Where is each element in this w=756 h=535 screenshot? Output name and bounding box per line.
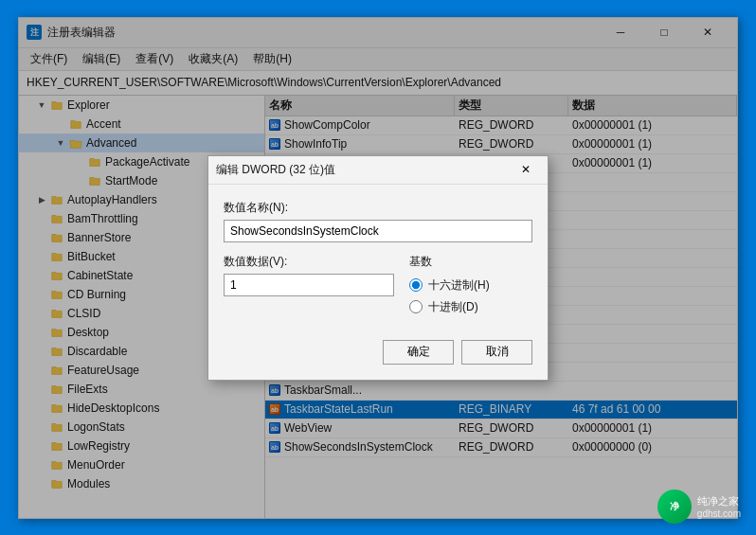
- dialog-title: 编辑 DWORD (32 位)值: [216, 162, 512, 178]
- radio-hex[interactable]: [409, 278, 423, 292]
- radio-dec-text: 十进制(D): [428, 299, 478, 315]
- watermark: 净 纯净之家 gdhst.com: [657, 490, 741, 524]
- base-label: 基数: [409, 254, 532, 270]
- dialog-row: 数值数据(V): 基数 十六进制(H) 十进制(D): [224, 254, 532, 321]
- value-name-input[interactable]: [224, 220, 532, 242]
- modal-overlay: 编辑 DWORD (32 位)值 ✕ 数值名称(N): 数值数据(V): 基数: [19, 18, 737, 518]
- dialog-buttons: 确定 取消: [224, 336, 532, 365]
- radio-dec-label[interactable]: 十进制(D): [409, 299, 532, 315]
- registry-editor-window: 注 注册表编辑器 ─ □ ✕ 文件(F) 编辑(E) 查看(V) 收藏夹(A) …: [18, 17, 738, 519]
- base-section: 基数 十六进制(H) 十进制(D): [409, 254, 532, 321]
- dialog-body: 数值名称(N): 数值数据(V): 基数 十六进制(H): [208, 185, 548, 380]
- watermark-site: 纯净之家: [697, 494, 741, 508]
- radio-hex-text: 十六进制(H): [428, 277, 490, 294]
- watermark-url: gdhst.com: [697, 508, 741, 519]
- confirm-button[interactable]: 确定: [383, 340, 454, 365]
- cancel-button[interactable]: 取消: [461, 340, 532, 365]
- watermark-logo: 净: [657, 490, 692, 524]
- radio-dec[interactable]: [409, 300, 423, 313]
- value-data-section: 数值数据(V):: [224, 254, 394, 321]
- value-data-label: 数值数据(V):: [224, 254, 394, 270]
- dialog-title-bar: 编辑 DWORD (32 位)值 ✕: [208, 156, 548, 185]
- value-data-input[interactable]: [224, 274, 394, 296]
- dialog-close-button[interactable]: ✕: [512, 155, 540, 184]
- value-name-label: 数值名称(N):: [224, 200, 532, 216]
- edit-dword-dialog: 编辑 DWORD (32 位)值 ✕ 数值名称(N): 数值数据(V): 基数: [207, 155, 549, 381]
- watermark-text: 纯净之家 gdhst.com: [697, 494, 741, 519]
- radio-hex-label[interactable]: 十六进制(H): [409, 277, 532, 294]
